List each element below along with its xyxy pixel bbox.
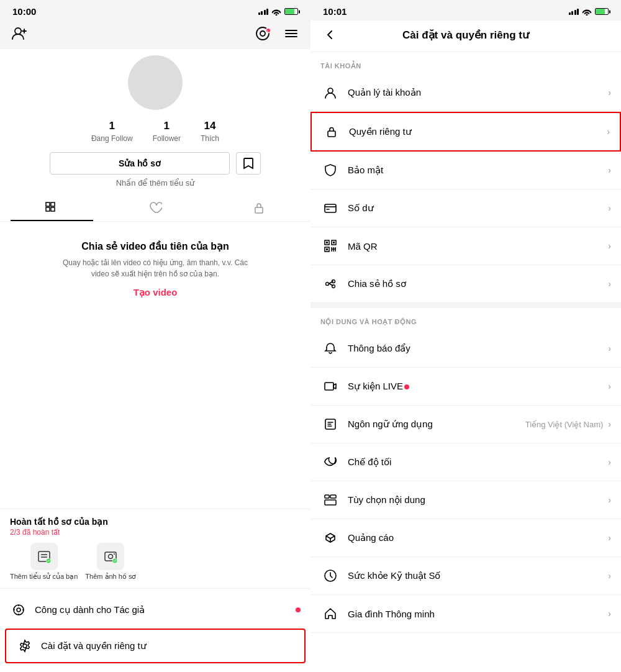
wifi-icon bbox=[271, 8, 281, 16]
svg-rect-41 bbox=[333, 242, 335, 243]
svg-rect-12 bbox=[51, 202, 55, 206]
creator-tools-icon bbox=[10, 601, 27, 619]
balance-content: Số dư › bbox=[348, 202, 611, 214]
content-desc: Quay hoặc tải lên video có hiệu ứng, âm … bbox=[62, 257, 248, 279]
right-header: Cài đặt và quyền riêng tư bbox=[310, 20, 621, 52]
add-photo-item[interactable]: Thêm ảnh hồ sơ bbox=[85, 543, 136, 581]
security-label: Bảo mật bbox=[348, 165, 383, 176]
qr-content: Mã QR › bbox=[348, 241, 611, 252]
ads-label: Quảng cáo bbox=[348, 532, 394, 543]
left-panel: 10:00 bbox=[0, 0, 310, 672]
svg-point-27 bbox=[17, 608, 20, 612]
share-profile-icon bbox=[320, 274, 340, 294]
privacy-label: Quyền riêng tư bbox=[349, 126, 412, 137]
live-dot bbox=[404, 384, 409, 389]
svg-point-32 bbox=[23, 644, 27, 648]
right-wifi-icon bbox=[582, 8, 592, 16]
language-label: Ngôn ngữ ứng dụng bbox=[348, 419, 433, 430]
dark-mode-item[interactable]: Chế độ tối › bbox=[310, 443, 621, 481]
right-status-bar: 10:01 bbox=[310, 0, 621, 20]
complete-profile-title: Hoàn tất hồ sơ của bạn bbox=[10, 517, 301, 527]
manage-account-item[interactable]: Quản lý tài khoản › bbox=[310, 74, 621, 112]
complete-profile-subtitle: 2/3 đã hoàn tất bbox=[10, 528, 301, 537]
svg-text:1: 1 bbox=[267, 30, 269, 34]
ads-chevron: › bbox=[608, 533, 611, 543]
tab-liked[interactable] bbox=[104, 195, 207, 221]
qr-icon bbox=[320, 236, 340, 256]
live-events-item[interactable]: Sự kiện LIVE › bbox=[310, 368, 621, 406]
signal-icon bbox=[258, 9, 269, 15]
create-video-button[interactable]: Tạo video bbox=[134, 287, 178, 298]
balance-icon bbox=[320, 198, 340, 218]
svg-rect-54 bbox=[325, 500, 336, 505]
share-profile-chevron: › bbox=[608, 279, 611, 289]
settings-icon bbox=[16, 637, 34, 655]
add-photo-icon-box bbox=[97, 543, 124, 570]
tab-private[interactable] bbox=[207, 195, 310, 221]
notifications-item[interactable]: Thông báo đẩy › bbox=[310, 330, 621, 368]
content-preferences-label: Tùy chọn nội dung bbox=[348, 494, 425, 506]
language-chevron: › bbox=[608, 419, 611, 429]
language-value: Tiếng Việt (Việt Nam) bbox=[525, 420, 604, 429]
family-center-item[interactable]: Gia đình Thông minh › bbox=[310, 595, 621, 633]
edit-profile-button[interactable]: Sửa hồ sơ bbox=[50, 152, 230, 175]
share-profile-content: Chia sẻ hồ sơ › bbox=[348, 278, 611, 289]
back-button[interactable] bbox=[320, 25, 339, 44]
privacy-icon bbox=[322, 122, 342, 142]
creator-tools-label: Công cụ dành cho Tác giả bbox=[35, 604, 145, 615]
creator-tools-menu-item[interactable]: Công cụ dành cho Tác giả bbox=[0, 594, 310, 626]
digital-health-item[interactable]: Sức khỏe Kỹ thuật Số › bbox=[310, 557, 621, 595]
dark-mode-icon bbox=[320, 452, 340, 472]
security-item[interactable]: Bảo mật › bbox=[310, 152, 621, 189]
following-stat: 1 Đang Follow bbox=[91, 120, 133, 143]
bookmark-button[interactable] bbox=[236, 152, 261, 175]
svg-point-33 bbox=[328, 88, 333, 93]
notifications-icon bbox=[320, 338, 340, 358]
manage-account-icon bbox=[320, 83, 340, 102]
section-content-header: NỘI DUNG VÀ HOẠT ĐỘNG bbox=[310, 308, 621, 330]
right-nav-icons: 1 bbox=[253, 24, 301, 43]
tab-videos[interactable] bbox=[0, 195, 104, 221]
left-status-icons bbox=[258, 8, 299, 16]
qr-item[interactable]: Mã QR › bbox=[310, 227, 621, 265]
svg-point-0 bbox=[15, 28, 21, 34]
add-bio-item[interactable]: Thêm tiểu sử của bạn bbox=[10, 543, 78, 581]
add-user-button[interactable] bbox=[10, 24, 29, 43]
family-center-content: Gia đình Thông minh › bbox=[348, 609, 611, 619]
add-bio-icon-box bbox=[30, 543, 58, 570]
privacy-content: Quyền riêng tư › bbox=[349, 126, 610, 137]
settings-page-title: Cài đặt và quyền riêng tư bbox=[345, 29, 586, 42]
svg-point-4 bbox=[260, 31, 265, 36]
svg-rect-13 bbox=[46, 207, 50, 211]
right-status-icons bbox=[569, 8, 609, 16]
activity-button[interactable]: 1 bbox=[253, 24, 272, 43]
balance-item[interactable]: Số dư › bbox=[310, 189, 621, 227]
language-item[interactable]: Ngôn ngữ ứng dụng Tiếng Việt (Việt Nam) … bbox=[310, 406, 621, 443]
content-preferences-item[interactable]: Tùy chọn nội dung › bbox=[310, 481, 621, 519]
profile-buttons: Sửa hồ sơ bbox=[50, 152, 261, 175]
add-photo-label: Thêm ảnh hồ sơ bbox=[85, 573, 136, 581]
live-events-label: Sự kiện LIVE bbox=[348, 381, 409, 392]
creator-tools-dot bbox=[296, 607, 301, 612]
live-events-icon bbox=[320, 376, 340, 396]
digital-health-icon bbox=[320, 566, 340, 586]
menu-button[interactable] bbox=[282, 24, 301, 43]
privacy-item[interactable]: Quyền riêng tư › bbox=[310, 112, 621, 152]
battery-icon bbox=[284, 8, 298, 15]
notifications-label: Thông báo đẩy bbox=[348, 343, 410, 354]
share-profile-item[interactable]: Chia sẻ hồ sơ › bbox=[310, 265, 621, 303]
svg-point-49 bbox=[332, 285, 335, 288]
svg-rect-14 bbox=[51, 207, 55, 211]
digital-health-label: Sức khỏe Kỹ thuật Số bbox=[348, 570, 440, 581]
right-battery-icon bbox=[595, 8, 609, 15]
ads-content: Quảng cáo › bbox=[348, 532, 611, 543]
svg-point-23 bbox=[114, 553, 115, 555]
complete-items: Thêm tiểu sử của bạn Thêm ảnh hồ sơ bbox=[10, 543, 301, 581]
svg-rect-15 bbox=[255, 207, 263, 213]
svg-rect-11 bbox=[46, 202, 50, 206]
svg-rect-55 bbox=[330, 495, 336, 498]
ads-item[interactable]: Quảng cáo › bbox=[310, 519, 621, 557]
stats-row: 1 Đang Follow 1 Follower 14 Thích bbox=[0, 120, 310, 143]
settings-menu-item[interactable]: Cài đặt và quyền riêng tư bbox=[5, 629, 306, 663]
balance-label: Số dư bbox=[348, 202, 374, 214]
